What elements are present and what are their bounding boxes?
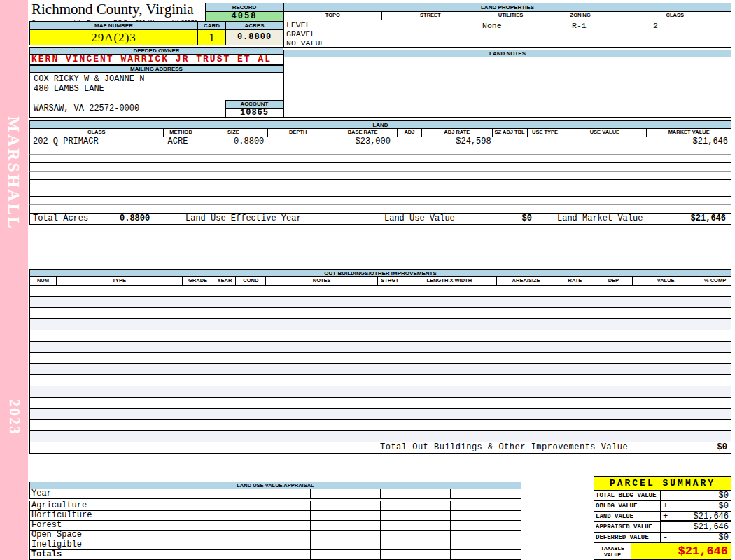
land-properties-section: LAND PROPERTIES TOPOSTREETUTILITIESZONIN… [284, 3, 732, 48]
appraisal-empty-cell [381, 501, 451, 510]
outb-empty-row [29, 330, 732, 342]
outb-empty-row [29, 342, 732, 353]
land-col-header: SZ ADJ TBL [493, 129, 528, 136]
out-buildings-total-value: $0 [718, 442, 727, 453]
out-buildings-total-label: Total Out Buildings & Other Improvements… [380, 442, 628, 453]
appraisal-empty-cell [172, 550, 241, 559]
parcel-summary-row-label: TOTAL BLDG VALUE [594, 491, 661, 500]
outb-empty-row [29, 431, 732, 442]
land-properties-class-value: 2 [653, 21, 658, 30]
land-table-title: LAND [29, 120, 732, 129]
land-market-value: $21,646 [691, 214, 726, 224]
district-sidebar: MARSHALL 2023 [0, 0, 28, 560]
outb-col-header: NOTES [266, 277, 378, 285]
land-notes-area [284, 57, 732, 118]
out-buildings-total-row: Total Out Buildings & Other Improvements… [29, 442, 732, 454]
record-box: RECORD 4058 [205, 3, 284, 22]
parcel-summary-title: PARCEL SUMMARY [594, 476, 732, 491]
appraisal-empty-cell [311, 550, 381, 559]
parcel-summary-row: TOTAL BLDG VALUE$0 [594, 491, 732, 501]
land-properties-topo-line: LEVEL [286, 21, 325, 30]
appraisal-empty-cell [451, 550, 521, 559]
outb-col-header: DEP [594, 277, 633, 285]
parcel-summary-rows: TOTAL BLDG VALUE$0OBLDG VALUE+$0LAND VAL… [594, 491, 732, 543]
land-market-value-label: Land Market Value [557, 214, 643, 224]
land-properties-values: LEVELGRAVELNO VALUE None R-1 2 [284, 20, 732, 48]
appraisal-empty-cell [311, 511, 381, 520]
appraisal-empty-cell [102, 521, 172, 530]
card-label: CARD [197, 21, 226, 30]
land-properties-col-header: TOPO [284, 12, 382, 20]
appraisal-row: Ineligible [29, 540, 522, 550]
appraisal-empty-cell [172, 489, 241, 498]
appraisal-body: YearAgricultureHorticultureForestOpen Sp… [29, 489, 522, 560]
land-use-effective-year-label: Land Use Effective Year [186, 214, 302, 224]
acres-value: 0.8800 [225, 30, 284, 46]
appraisal-empty-cell [102, 540, 172, 550]
land-col-header: USE VALUE [564, 129, 648, 136]
mailing-address-label: MAILING ADDRESS [29, 65, 284, 73]
appraisal-empty-cell [241, 531, 312, 540]
outb-col-header: NUM [30, 277, 57, 285]
parcel-summary: PARCEL SUMMARY TOTAL BLDG VALUE$0OBLDG V… [594, 476, 732, 560]
appraisal-empty-cell [241, 501, 312, 510]
parcel-summary-row-label: LAND VALUE [594, 512, 661, 522]
appraisal-row-label: Year [30, 489, 102, 498]
out-buildings-title: OUT BUILDINGS/OTHER IMPROVEMENTS [29, 270, 732, 277]
land-properties-col-header: STREET [382, 12, 480, 20]
county-title: Richmond County, Virginia [31, 1, 208, 18]
tax-year: 2023 [6, 399, 24, 435]
land-data-row: 202 Q PRIMACRACRE0.8800$23,000$24,598$21… [29, 137, 732, 146]
deeded-owner-value: KERN VINCENT WARRICK JR TRUST ET AL [29, 55, 284, 65]
deeded-owner-label: DEEDED OWNER [29, 47, 284, 55]
land-use-value: $0 [490, 214, 532, 224]
appraisal-row: Forest [29, 521, 522, 531]
appraisal-empty-cell [172, 540, 241, 550]
land-data-cell [268, 137, 328, 146]
appraisal-empty-cell [241, 550, 312, 559]
land-col-header: MARKET VALUE [647, 129, 731, 136]
land-empty-row [29, 155, 732, 163]
outb-col-header: LENGTH X WIDTH [402, 277, 497, 285]
appraisal-row: Year [29, 489, 522, 499]
district-name: MARSHALL [4, 116, 23, 230]
appraisal-empty-cell [102, 531, 172, 540]
land-data-cell: 202 Q PRIMACR [30, 137, 164, 146]
land-properties-header-row: TOPOSTREETUTILITIESZONINGCLASS [284, 12, 732, 20]
parcel-summary-value-cell: $0 [661, 491, 731, 500]
account-box: ACCOUNT 10865 [225, 100, 284, 118]
land-properties-col-header: UTILITIES [479, 12, 542, 20]
land-data-cell: ACRE [164, 137, 200, 146]
outb-col-header: AREA/SIZE [497, 277, 556, 285]
parcel-summary-row: DEFERRED VALUE-$0 [594, 533, 732, 543]
taxable-value-label: TAXABLE VALUE [594, 543, 631, 559]
acres-label: ACRES [225, 21, 284, 30]
parcel-summary-row-value: $21,646 [694, 512, 729, 522]
land-data-cell [398, 137, 422, 146]
appraisal-empty-cell [241, 511, 312, 520]
outb-empty-row [29, 409, 732, 420]
parcel-summary-row: APPRAISED VALUE$21,646 [594, 522, 732, 533]
land-data-cell: $21,646 [647, 137, 731, 146]
land-empty-row [29, 180, 732, 188]
outb-empty-row [29, 386, 732, 398]
appraisal-empty-cell [102, 489, 172, 498]
land-table: LAND CLASSMETHODSIZEDEPTHBASE RATEADJADJ… [29, 120, 732, 225]
total-acres-label: Total Acres [33, 214, 88, 224]
land-empty-row [29, 197, 732, 205]
land-header-row: CLASSMETHODSIZEDEPTHBASE RATEADJADJ RATE… [29, 129, 732, 137]
outb-empty-row [29, 420, 732, 431]
parcel-summary-operator: + [663, 512, 668, 522]
parcel-summary-row-label: OBLDG VALUE [594, 501, 661, 511]
land-data-cell: $23,000 [328, 137, 398, 146]
appraisal-empty-cell [381, 531, 451, 540]
appraisal-empty-cell [381, 511, 451, 520]
land-empty-row [29, 146, 732, 155]
appraisal-empty-cell [381, 521, 451, 530]
land-col-header: BASE RATE [328, 129, 398, 136]
appraisal-empty-cell [451, 511, 521, 520]
land-col-header: DEPTH [268, 129, 328, 136]
outb-empty-row [29, 364, 732, 375]
land-notes-title: LAND NOTES [284, 50, 732, 57]
appraisal-row: Horticulture [29, 511, 522, 521]
